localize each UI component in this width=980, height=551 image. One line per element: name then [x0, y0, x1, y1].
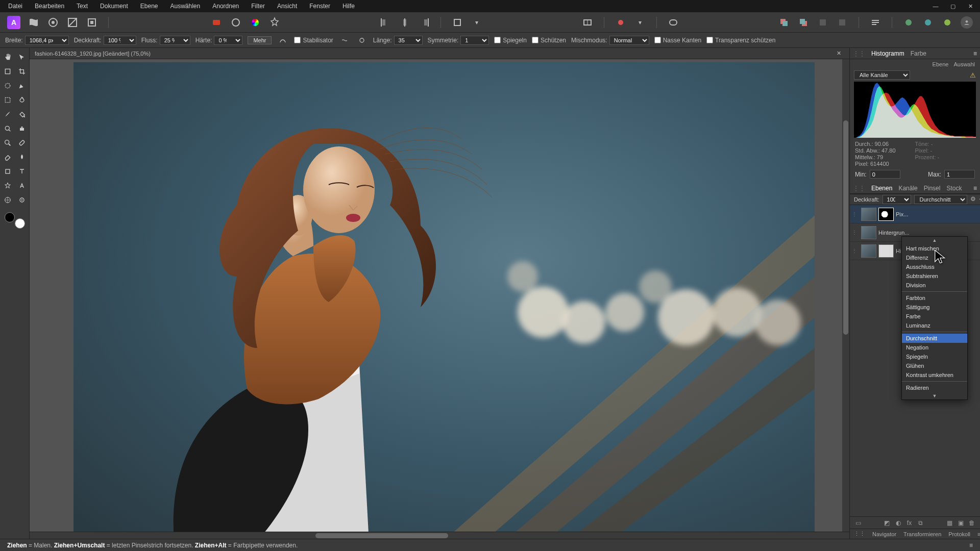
snapping-icon[interactable] — [451, 16, 463, 29]
subtab-layer[interactable]: Ebene — [933, 61, 949, 67]
arrange-front-icon[interactable] — [778, 16, 790, 29]
panel-menu-icon[interactable]: ≡ — [973, 50, 977, 57]
menu-window[interactable]: Fenster — [303, 1, 336, 12]
menu-document[interactable]: Dokument — [94, 1, 134, 12]
blend-option-farbe[interactable]: Farbe — [902, 312, 967, 321]
window-close-button[interactable]: ✕ — [963, 2, 978, 11]
persona-liquify-icon[interactable] — [28, 16, 40, 29]
artistic-text-icon[interactable] — [16, 180, 28, 192]
shape-tool-icon[interactable] — [2, 165, 14, 178]
flood-select-icon[interactable] — [16, 94, 28, 106]
blend-option-radieren[interactable]: Radieren — [902, 383, 967, 392]
blend-option-farbton[interactable]: Farbton — [902, 293, 967, 303]
panel-grip-icon[interactable]: ⋮⋮ — [853, 185, 865, 192]
hardness-input[interactable]: 0 % — [214, 36, 242, 45]
layer-thumbnail[interactable] — [861, 208, 876, 221]
swatch-red-icon[interactable] — [210, 16, 223, 29]
eraser-tool-icon[interactable] — [2, 151, 14, 163]
align-center-icon[interactable] — [399, 16, 411, 29]
autolevels-icon[interactable] — [230, 16, 242, 29]
tab-stock[interactable]: Stock — [946, 183, 962, 193]
persona-tone-icon[interactable] — [66, 16, 79, 29]
menu-filter[interactable]: Filter — [245, 1, 271, 12]
dropdown-scroll-down-icon[interactable]: ▼ — [902, 392, 967, 399]
tab-layers[interactable]: Ebenen — [871, 183, 892, 193]
snapping-drop-icon[interactable]: ▾ — [471, 16, 483, 29]
hist-max-input[interactable] — [944, 170, 975, 179]
arrange-fwd-icon[interactable] — [817, 16, 829, 29]
blend-option-subtrahieren[interactable]: Subtrahieren — [902, 271, 967, 281]
panel-menu-icon[interactable]: ≡ — [977, 531, 980, 537]
add-layer-icon[interactable]: ▦ — [945, 519, 953, 527]
group-icon[interactable]: ▣ — [957, 519, 965, 527]
horizontal-scrollbar[interactable] — [30, 532, 849, 539]
mesh-tool-icon[interactable] — [2, 194, 14, 206]
tab-transform[interactable]: Transformieren — [903, 531, 941, 537]
hand-tool-icon[interactable] — [2, 51, 14, 63]
blend-option-hart-mischen[interactable]: Hart mischen — [902, 244, 967, 253]
auto-wb-icon[interactable] — [268, 16, 281, 29]
arrange-bwd-icon[interactable] — [836, 16, 848, 29]
statusbar-menu-icon[interactable]: ≡ — [969, 542, 973, 549]
window-minimize-button[interactable]: — — [928, 2, 943, 11]
arrange-back-icon[interactable] — [797, 16, 810, 29]
more-button[interactable]: Mehr — [248, 36, 272, 44]
pen-tool-icon[interactable] — [16, 80, 28, 92]
layer-blend-select[interactable]: Durchschnitt — [914, 195, 967, 204]
blend-option-ausschluss[interactable]: Ausschluss — [902, 262, 967, 271]
blend-option-differenz[interactable]: Differenz — [902, 253, 967, 262]
tab-brushes[interactable]: Pinsel — [924, 183, 941, 193]
delete-layer-icon[interactable]: 🗑 — [968, 519, 976, 527]
layer-visibility-icon[interactable]: ⋮ — [852, 230, 859, 235]
dropdown-scroll-up-icon[interactable]: ▲ — [902, 237, 967, 244]
star-tool-icon[interactable] — [2, 180, 14, 192]
layer-name[interactable]: Hintergrun... — [878, 230, 978, 236]
assist-red-icon[interactable] — [615, 16, 627, 29]
menu-arrange[interactable]: Anordnen — [206, 1, 245, 12]
layer-name[interactable]: Pix... — [896, 211, 978, 217]
blend-option-negation[interactable]: Negation — [902, 343, 967, 352]
protect-checkbox[interactable] — [532, 37, 538, 43]
window-mode-icon[interactable] — [356, 34, 368, 46]
persona-export-icon[interactable] — [86, 16, 98, 29]
window-maximize-button[interactable]: ▢ — [945, 2, 961, 11]
menu-select[interactable]: Auswählen — [164, 1, 206, 12]
color-picker-icon[interactable] — [16, 194, 28, 206]
crop-tool-icon[interactable] — [16, 65, 28, 78]
add-fx-icon[interactable]: fx — [905, 519, 914, 527]
layer-gear-icon[interactable]: ⚙ — [970, 195, 976, 204]
tab-color[interactable]: Farbe — [911, 48, 926, 59]
background-color-swatch[interactable] — [15, 218, 25, 229]
add-green-icon[interactable] — [902, 16, 915, 29]
healing-tool-icon[interactable] — [16, 137, 28, 149]
h-scroll-thumb[interactable] — [315, 533, 448, 538]
layer-thumbnail[interactable] — [861, 226, 876, 239]
vertical-scrollbar[interactable] — [842, 59, 849, 532]
marquee-tool-icon[interactable] — [2, 94, 14, 106]
layer-thumbnail[interactable] — [861, 244, 876, 258]
tab-navigator[interactable]: Navigator — [872, 531, 896, 537]
histogram-channel-select[interactable]: Alle Kanäle — [854, 70, 910, 80]
blend-option-spiegeln[interactable]: Spiegeln — [902, 352, 967, 361]
v-scroll-thumb[interactable] — [843, 120, 848, 335]
document-tab[interactable]: fashion-6146328_1920.jpg [Geändert] (75,… — [30, 48, 849, 59]
add-teal-icon[interactable] — [922, 16, 934, 29]
layer-opacity-input[interactable]: 100 % — [883, 195, 911, 204]
blend-option-division[interactable]: Division — [902, 281, 967, 290]
layer-visibility-icon[interactable]: ⋮ — [852, 248, 859, 254]
subtab-selection[interactable]: Auswahl — [953, 61, 975, 67]
color-wheel-icon[interactable] — [249, 16, 261, 29]
flow-input[interactable]: 25 % — [160, 36, 190, 45]
selection-brush-icon[interactable] — [2, 80, 14, 92]
tab-histogram[interactable]: Histogramm — [871, 48, 904, 59]
crop-ratio-icon[interactable] — [581, 16, 594, 29]
quick-mask-icon[interactable] — [667, 16, 679, 29]
paint-brush-icon[interactable] — [2, 108, 14, 120]
move-tool-icon[interactable] — [16, 51, 28, 63]
rope-mode-icon[interactable] — [338, 34, 351, 46]
layer-visibility-icon[interactable]: ⋮ — [852, 211, 859, 217]
add-adjust-icon[interactable]: ◐ — [894, 519, 902, 527]
menu-text[interactable]: Text — [70, 1, 94, 12]
width-input[interactable]: 1068,4 px — [25, 36, 69, 45]
smudge-tool-icon[interactable] — [16, 151, 28, 163]
